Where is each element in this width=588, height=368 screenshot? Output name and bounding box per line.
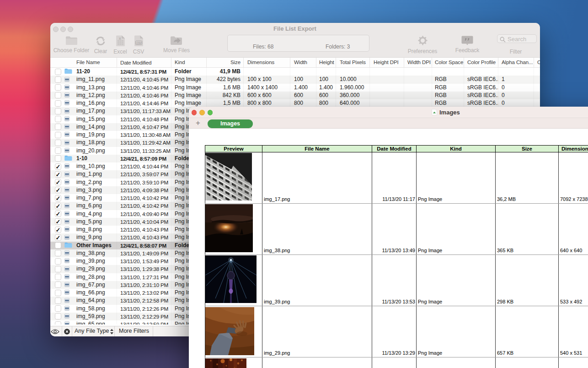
svg-text:CSV: CSV (136, 42, 142, 44)
svg-text:X: X (119, 37, 121, 40)
